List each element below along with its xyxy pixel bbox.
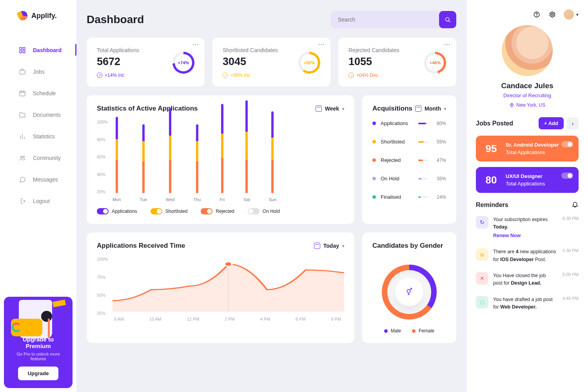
kpi-ring: +46%: [424, 52, 446, 74]
pin-icon: [509, 103, 514, 108]
reminder-icon: ✕: [476, 272, 488, 285]
legend-toggle-applications[interactable]: [97, 208, 109, 214]
job-toggle[interactable]: [561, 141, 573, 147]
jobs-posted-title: Jobs Posted: [476, 120, 513, 127]
sidebar-item-label: Statistics: [33, 133, 55, 140]
kpi-menu-button[interactable]: •••: [318, 42, 325, 47]
bar-column: Sun: [269, 111, 277, 202]
reminder-icon: ≣: [476, 248, 488, 261]
bar-column: Thu: [193, 124, 201, 202]
job-subtitle: Total Applications: [506, 149, 559, 155]
period-selector[interactable]: Today ▾: [314, 243, 344, 249]
reminder-icon: □: [476, 296, 488, 309]
chevron-right-icon: ›: [572, 120, 574, 127]
acq-label: On Hold: [381, 176, 411, 181]
profile-location: New York, US: [509, 102, 545, 108]
kpi-label: Shortlisted Candidates: [223, 47, 278, 53]
acq-bar: [418, 141, 428, 143]
statistics-card: Statistics of Active Applications Week ▾…: [87, 95, 354, 224]
sidebar-item-documents[interactable]: Documents: [0, 104, 76, 125]
job-card[interactable]: 80 UX/UI Designer Total Applications: [476, 167, 579, 193]
kpi-value: 3045: [223, 56, 278, 68]
acquisition-item: Rejected 47%: [372, 157, 446, 163]
acq-pct: 47%: [433, 158, 446, 163]
bars-icon: [19, 133, 26, 140]
calendar-icon: [314, 243, 320, 249]
help-button[interactable]: [532, 10, 541, 19]
right-panel: ▾ Candace Jules Director of Recruiting N…: [466, 0, 588, 392]
legend-toggle-rejected[interactable]: [201, 208, 212, 214]
gender-icon: ⚥: [395, 278, 423, 306]
reminders: Reminders ↻ Your subscription expires To…: [476, 201, 579, 319]
legend-toggle-shortlisted[interactable]: [151, 208, 162, 214]
svg-rect-1: [23, 47, 25, 49]
chevron-down-icon: ▾: [576, 12, 579, 17]
bar-label: Thu: [193, 197, 201, 202]
kpi-change: ↘+04% Dec: [348, 73, 399, 78]
legend-dot-icon: [384, 329, 388, 333]
arrow-up-icon: ↗: [223, 73, 228, 78]
legend-toggle-onhold[interactable]: [248, 208, 260, 214]
period-selector[interactable]: Month ▾: [415, 105, 446, 112]
card-title: Candidates by Gender: [372, 242, 443, 250]
legend-dot-icon: [372, 177, 376, 180]
avatar-icon: [564, 9, 574, 20]
svg-point-10: [225, 262, 232, 266]
svg-rect-0: [20, 47, 22, 49]
job-card[interactable]: 95 Sr. Android Developer Total Applicati…: [476, 136, 579, 162]
upgrade-illustration: [4, 300, 73, 343]
sidebar-item-messages[interactable]: Messages: [0, 169, 76, 190]
arrow-down-icon: ↘: [348, 73, 354, 78]
bar-label: Sat: [243, 197, 250, 202]
reminder-time: 4:45 PM: [563, 296, 579, 311]
acq-pct: 24%: [433, 194, 446, 200]
add-job-button[interactable]: + Add: [539, 117, 564, 129]
sidebar-item-label: Jobs: [33, 69, 45, 75]
card-title: Acquisitions: [372, 105, 412, 113]
reminder-text: There are 4 new applications for IOS Dev…: [493, 248, 556, 263]
period-selector[interactable]: Week ▾: [316, 105, 344, 112]
arrow-up-icon: ↗: [97, 73, 102, 78]
search-input[interactable]: [331, 16, 439, 23]
sidebar-item-label: Messages: [33, 176, 58, 183]
gender-card: Candidates by Gender ⚥ Male Female: [362, 232, 456, 343]
chat-icon: [19, 176, 26, 183]
sidebar-item-community[interactable]: Community: [0, 147, 76, 169]
settings-button[interactable]: [548, 10, 557, 19]
grid-icon: [19, 47, 26, 54]
bar-label: Sun: [269, 197, 277, 202]
next-jobs-button[interactable]: ›: [567, 118, 579, 129]
svg-point-7: [23, 156, 25, 158]
notifications-button[interactable]: [572, 201, 579, 209]
main: Dashboard ••• Total Applications 5672 ↗+…: [76, 0, 466, 392]
reminder-action[interactable]: Renew Now: [493, 232, 521, 240]
acq-label: Applications: [381, 120, 411, 126]
search-button[interactable]: [439, 11, 456, 28]
reminder-time: 5:30 PM: [563, 248, 579, 263]
brand-logo-icon: [17, 10, 29, 22]
bar-label: Tue: [140, 197, 147, 202]
kpi-label: Rejected Candidates: [348, 47, 399, 53]
profile-role: Director of Recruiting: [503, 93, 551, 98]
upgrade-button[interactable]: Upgrade: [18, 367, 58, 380]
svg-rect-3: [23, 51, 25, 53]
sidebar-item-logout[interactable]: Logout: [0, 190, 76, 212]
sidebar-item-dashboard[interactable]: Dashboard: [0, 39, 76, 61]
kpi-menu-button[interactable]: •••: [192, 42, 199, 47]
sidebar-item-jobs[interactable]: Jobs: [0, 61, 76, 82]
job-toggle[interactable]: [561, 172, 573, 179]
calendar-icon: [316, 105, 322, 112]
acquisition-item: Applications 80%: [372, 120, 446, 126]
chevron-down-icon: ▾: [342, 244, 344, 248]
job-title: UX/UI Designer: [506, 173, 545, 179]
chevron-down-icon: ▾: [444, 107, 446, 111]
calendar-icon: [19, 90, 26, 97]
user-menu[interactable]: ▾: [564, 9, 579, 20]
acq-bar: [418, 160, 428, 161]
sidebar-item-statistics[interactable]: Statistics: [0, 125, 76, 147]
page-title: Dashboard: [87, 13, 144, 26]
legend-dot-icon: [372, 195, 376, 199]
briefcase-icon: [19, 68, 26, 75]
kpi-menu-button[interactable]: •••: [444, 42, 451, 47]
sidebar-item-schedule[interactable]: Schedule: [0, 82, 76, 104]
